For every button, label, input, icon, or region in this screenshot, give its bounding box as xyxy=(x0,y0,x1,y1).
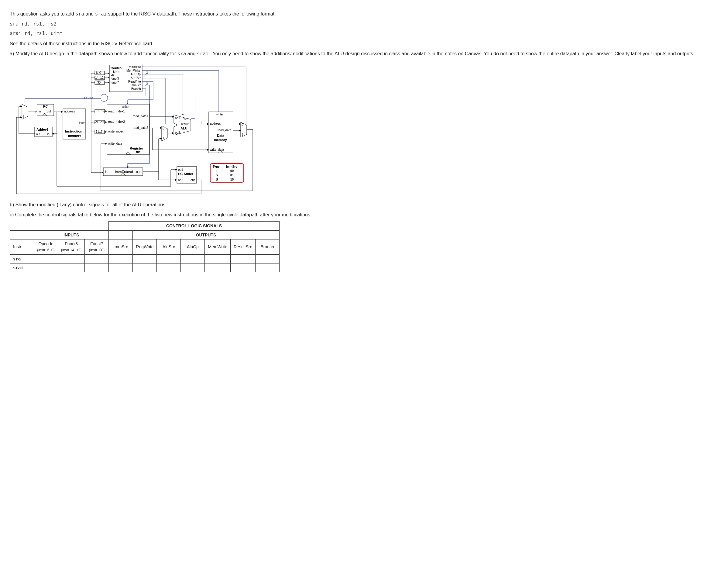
dmem-write: write xyxy=(216,113,223,116)
label-pcsrc: PCSrc xyxy=(84,96,93,100)
immsrc-h2: ImmSrc xyxy=(226,165,237,168)
cu-regwrite: RegWrite xyxy=(128,80,141,83)
imem-t1: Instruction xyxy=(65,129,82,133)
mux-pcsrc-0: 0 xyxy=(23,105,25,108)
imme-in: in xyxy=(105,170,108,174)
pcadder-t: PC Adder xyxy=(178,172,193,176)
pcadder-out: out xyxy=(191,178,195,182)
cu-memwrite: MemWrite xyxy=(126,69,140,72)
rf-ri1: read_index1 xyxy=(108,110,125,113)
bits-11-7: 11..7 xyxy=(96,130,103,133)
table-title: CONTROL LOGIC SIGNALS xyxy=(109,222,279,230)
text: (Instr_30) xyxy=(89,248,105,252)
immsrc-r1a: I xyxy=(216,169,217,173)
svg-rect-41 xyxy=(209,112,233,153)
text: and xyxy=(187,51,197,56)
block-pc: PC xyxy=(43,105,48,108)
code-srai: srai xyxy=(95,11,107,17)
text: . You only need to show the additions/mo… xyxy=(210,51,695,56)
control-signals-table: CONTROL LOGIC SIGNALS INPUTS OUTPUTS Ins… xyxy=(10,221,280,272)
rf-t1: Register xyxy=(130,146,143,150)
alu-result: result xyxy=(181,122,189,126)
table-row: srai xyxy=(10,263,280,272)
inputs-header: INPUTS xyxy=(34,230,109,239)
text: This question asks you to add xyxy=(10,11,75,16)
bits-24-20: 24..20 xyxy=(95,120,104,124)
rf-t2: file xyxy=(136,150,141,154)
imme-t: ImmExtend xyxy=(115,170,133,174)
col-regwrite: RegWrite xyxy=(133,239,157,254)
cu-title2: Unit xyxy=(113,70,120,74)
dmem-rd: read_data xyxy=(218,129,231,132)
imem-t2: memory xyxy=(68,134,81,137)
bus-2: 2 xyxy=(146,82,148,85)
text: Opcode xyxy=(38,241,53,246)
col-alusrc: AluSrc xyxy=(157,239,181,254)
immsrc-r3a: B xyxy=(216,178,218,181)
table-row: sra xyxy=(10,254,280,263)
dmem-t2: memory xyxy=(214,138,227,142)
rf-write: write xyxy=(122,105,129,108)
col-memwrite: MemWrite xyxy=(205,239,231,254)
cu-resultsrc: ResultSrc xyxy=(128,65,141,69)
bits-6-0: 6..0 xyxy=(96,71,101,74)
alu-op2: op2 xyxy=(175,131,180,134)
immsrc-r2a: S xyxy=(216,174,218,177)
pc-in: in xyxy=(39,110,41,113)
dmem-addr: address xyxy=(210,122,221,125)
dmem-t1: Data xyxy=(217,134,225,137)
col-instr: Instr xyxy=(10,239,34,254)
cu-aluop: ALUOp xyxy=(131,73,141,76)
part-c-text: c) Complete the control signals table be… xyxy=(10,211,718,218)
immsrc-h1: Type xyxy=(213,165,220,168)
outputs-header: OUTPUTS xyxy=(133,230,279,239)
cu-f3: funct3 xyxy=(111,77,119,80)
text: and xyxy=(85,11,95,16)
datapath-diagram: PCSrc 0 1 PC in out Adder4 out in addres… xyxy=(10,63,718,194)
alu-zero: zero xyxy=(184,118,190,121)
col-branch: Branch xyxy=(255,239,279,254)
text: support to the RISC-V datapath. These in… xyxy=(108,11,276,16)
rf-wd: write_data xyxy=(108,142,122,145)
code-line-srai: srai rd, rs1, uimm xyxy=(10,30,718,37)
code-sra: sra xyxy=(177,51,186,57)
col-resultsrc: ResultSrc xyxy=(230,239,255,254)
rf-ri2: read_index2 xyxy=(108,120,125,123)
row-sra: sra xyxy=(10,254,34,263)
rf-wi: write_index xyxy=(108,130,124,133)
dmem-wd: write_data xyxy=(210,148,224,151)
bits-14-12: 14..12 xyxy=(95,76,104,79)
rf-rd1: read_data1 xyxy=(133,115,148,118)
immsrc-r3b: 10 xyxy=(230,178,234,181)
immsrc-r2b: 01 xyxy=(230,174,234,177)
col-funct7: Funct7 (Instr_30) xyxy=(85,239,109,254)
intro-paragraph-2: See the details of these instructions in… xyxy=(10,40,718,47)
mux-alusrc-0: 0 xyxy=(163,127,164,130)
alu-t: ALU xyxy=(180,126,187,130)
mux-result-0: 0 xyxy=(242,123,243,126)
pc-out: out xyxy=(47,110,51,113)
cu-f7: funct7 xyxy=(111,81,119,84)
block-adder4: Adder4 xyxy=(36,128,48,131)
row-srai: srai xyxy=(10,263,34,272)
part-b-text: b) Show the modified (if any) control si… xyxy=(10,201,718,208)
alu-op1: op1 xyxy=(175,116,180,120)
bits-30: 30 xyxy=(97,81,101,84)
bus-3: 3 xyxy=(146,71,148,74)
imme-out: out xyxy=(136,170,140,174)
bits-19-15: 19..15 xyxy=(95,109,104,113)
text: (instr_6..0) xyxy=(37,248,54,252)
text: Funct7 xyxy=(90,241,103,246)
cu-alusrc: ALUSrc xyxy=(131,76,141,80)
cu-immsrc: ImmSrc xyxy=(131,84,141,87)
adder4-in: in xyxy=(47,133,50,136)
text: (instr 14..12) xyxy=(61,248,81,252)
adder4-out: out xyxy=(36,133,40,136)
cu-title1: Control xyxy=(111,66,122,70)
mux-alusrc-1: 1 xyxy=(163,136,164,140)
col-immsrc: ImmSrc xyxy=(109,239,133,254)
code-sra: sra xyxy=(75,11,84,17)
cu-op: op xyxy=(111,73,114,76)
imem-addr: address xyxy=(64,110,75,113)
pcadder-op1: op1 xyxy=(178,168,183,171)
